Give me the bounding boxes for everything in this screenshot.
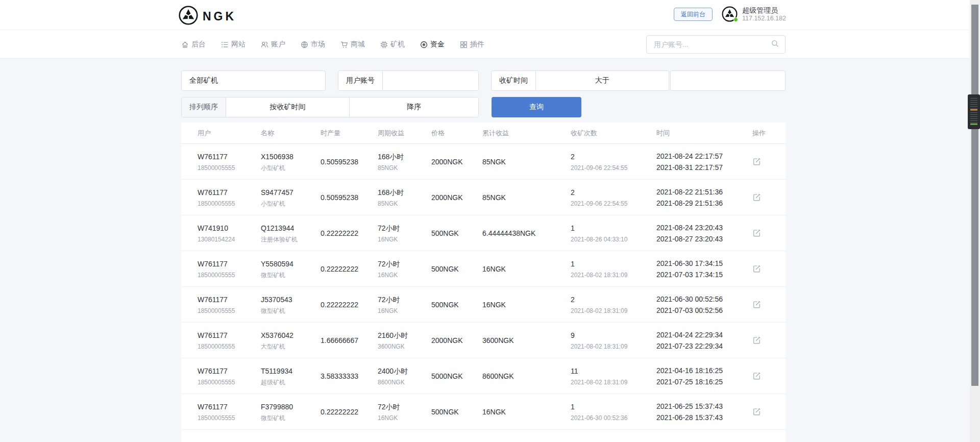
table-row: W76117718500005555 X1506938小型矿机 0.505952…	[181, 144, 786, 180]
edit-icon[interactable]	[752, 372, 761, 380]
mine-time-value-box	[670, 70, 786, 91]
cell-mine-count: 92021-08-02 18:31:09	[571, 330, 656, 351]
cell-mine-count: 22021-09-06 22:54:55	[571, 152, 656, 172]
cell-hourly-output: 0.22222222	[321, 228, 378, 238]
cell-total-income: 85NGK	[482, 157, 571, 167]
cell-period-income: 2400小时8600NGK	[378, 366, 431, 386]
scrollbar-track[interactable]	[970, 0, 980, 442]
cell-hourly-output: 0.22222222	[321, 407, 378, 417]
edit-icon[interactable]	[752, 336, 761, 345]
cell-mine-count: 12021-08-26 04:33:10	[571, 223, 656, 243]
users-icon	[261, 41, 268, 48]
sort-field-select[interactable]: 按收矿时间	[226, 97, 350, 117]
cell-name: X5376042大型矿机	[261, 330, 321, 351]
edit-icon[interactable]	[752, 193, 761, 202]
table-row: W76117718500005555 Y5580594微型矿机 0.222222…	[181, 251, 786, 287]
column-header-mine-count: 收矿次数	[571, 129, 656, 138]
cell-time: 2021-04-16 18:16:252021-07-25 18:16:25	[656, 365, 752, 387]
cell-hourly-output: 0.50595238	[321, 192, 378, 203]
cell-time: 2021-08-24 23:20:432021-08-27 23:20:43	[656, 222, 752, 244]
back-to-front-button[interactable]: 返回前台	[674, 8, 713, 21]
machine-type-select[interactable]: 全部矿机	[181, 70, 326, 91]
scrollbar-minimap[interactable]	[968, 94, 980, 129]
sort-direction-select[interactable]: 降序	[350, 97, 478, 117]
nav-item-market[interactable]: 市场	[301, 40, 325, 49]
cell-name: X1506938小型矿机	[261, 152, 321, 172]
cell-time: 2021-04-24 22:29:342021-07-23 22:29:34	[656, 329, 752, 352]
nav-item-backend[interactable]: 后台	[181, 40, 206, 49]
cell-user: W76117718500005555	[198, 187, 261, 208]
cell-period-income: 168小时85NGK	[378, 187, 431, 208]
ngk-logo-icon	[178, 5, 199, 28]
nav-item-plugin[interactable]: 插件	[460, 40, 484, 49]
cell-actions	[752, 193, 770, 202]
cell-user: W76117718500005555	[198, 366, 261, 386]
edit-icon[interactable]	[752, 229, 761, 237]
cell-actions	[752, 157, 770, 166]
admin-info[interactable]: 超级管理员 117.152.16.182	[722, 6, 786, 22]
minimap-lines	[970, 98, 977, 126]
cell-total-income: 16NGK	[482, 264, 571, 274]
nav-item-funds[interactable]: 资金	[420, 40, 445, 49]
mine-time-value-input[interactable]	[671, 71, 785, 90]
query-button[interactable]: 查询	[492, 97, 581, 117]
mine-time-operator-select[interactable]: 大于	[536, 71, 669, 90]
edit-icon[interactable]	[752, 264, 761, 273]
cell-name: F3799880微型矿机	[261, 402, 321, 422]
cell-total-income: 3600NGK	[482, 335, 571, 346]
nav-item-account[interactable]: 账户	[261, 40, 285, 49]
cell-hourly-output: 1.66666667	[321, 335, 378, 346]
nav-item-miner[interactable]: 矿机	[380, 40, 405, 49]
cell-time: 2021-08-24 22:17:572021-08-31 22:17:57	[656, 151, 752, 173]
cell-name: T5119934超级矿机	[261, 366, 321, 386]
coin-icon	[420, 41, 428, 48]
column-header-period-income: 周期收益	[378, 129, 431, 138]
column-header-time: 时间	[656, 129, 752, 138]
account-filter-input[interactable]	[383, 71, 478, 90]
cell-mine-count: 12021-06-30 00:52:36	[571, 402, 656, 422]
cart-icon	[340, 41, 348, 48]
cell-hourly-output: 0.22222222	[321, 264, 378, 274]
list-icon	[221, 41, 229, 48]
column-header-actions: 操作	[752, 129, 770, 138]
scrollbar-thumb[interactable]	[971, 5, 978, 386]
cell-hourly-output: 0.22222222	[321, 300, 378, 310]
admin-name: 超级管理员	[742, 6, 786, 15]
cell-hourly-output: 3.58333333	[321, 371, 378, 381]
cell-total-income: 16NGK	[482, 407, 571, 417]
brand: NGK	[178, 5, 236, 28]
cell-mine-count: 22021-09-06 22:54:55	[571, 187, 656, 208]
account-filter-label: 用户账号	[338, 71, 383, 90]
column-header-price: 价格	[431, 129, 482, 138]
cell-price: 500NGK	[431, 264, 482, 274]
cell-price: 2000NGK	[431, 192, 482, 203]
edit-icon[interactable]	[752, 300, 761, 309]
table-row: W76117718500005555 T5119934超级矿机 3.583333…	[181, 358, 786, 394]
column-header-user: 用户	[198, 129, 261, 138]
column-header-hourly-output: 时产量	[321, 129, 378, 138]
home-icon	[181, 41, 189, 48]
cell-name: J5370543微型矿机	[261, 294, 321, 315]
nav-item-mall[interactable]: 商城	[340, 40, 365, 49]
cell-period-income: 2160小时3600NGK	[378, 330, 431, 351]
table-row: W76117718500005555 X5376042大型矿机 1.666666…	[181, 323, 786, 358]
cell-name: S9477457小型矿机	[261, 187, 321, 208]
nav-search-box[interactable]	[646, 35, 786, 54]
avatar[interactable]	[722, 6, 738, 22]
cell-actions	[752, 336, 770, 345]
nav-item-website[interactable]: 网站	[221, 40, 246, 49]
cell-price: 500NGK	[431, 407, 482, 417]
online-status-dot	[733, 17, 738, 22]
table-row: W76117718500005555 J5370543微型矿机 0.222222…	[181, 287, 786, 323]
edit-icon[interactable]	[752, 407, 761, 416]
cell-user: W76117718500005555	[198, 330, 261, 351]
machine-type-value: 全部矿机	[182, 71, 226, 90]
account-filter-group: 用户账号	[338, 70, 479, 91]
search-icon[interactable]	[771, 40, 779, 50]
cell-user: W76117718500005555	[198, 152, 261, 172]
nav-items: 后台网站账户市场商城矿机资金插件	[181, 30, 484, 59]
search-input[interactable]	[654, 40, 771, 48]
cell-period-income: 72小时16NGK	[378, 223, 431, 243]
cell-period-income: 72小时16NGK	[378, 294, 431, 315]
edit-icon[interactable]	[752, 157, 761, 166]
